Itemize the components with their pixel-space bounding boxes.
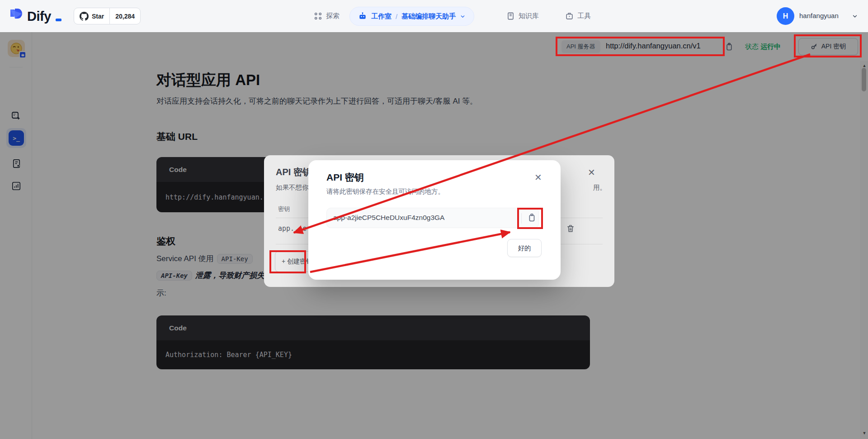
app-window: Dify Star 20,284 探索 工作室 / 基础编排聊天助 [0,0,868,439]
user-avatar[interactable]: H [777,7,794,25]
breadcrumb-separator: / [396,13,397,20]
logo-underscore [56,19,61,21]
github-star-widget[interactable]: Star 20,284 [74,8,141,24]
chevron-down-icon [460,14,466,19]
top-navbar: Dify Star 20,284 探索 工作室 / 基础编排聊天助 [0,0,868,32]
user-chevron-down-icon[interactable] [852,13,858,19]
back-modal-desc-right: 用。 [593,183,606,192]
front-modal-subtitle: 请将此密钥保存在安全且可访问的地方。 [326,187,444,196]
avatar-initial: H [783,12,788,20]
nav-app-name[interactable]: 基础编排聊天助手 [401,12,456,21]
book-icon [506,12,515,20]
github-icon [80,12,89,21]
toolbox-icon [565,12,574,20]
user-name[interactable]: hanfangyuan [799,12,839,19]
masked-api-key-row: app...e [278,224,307,233]
github-star-count[interactable]: 20,284 [109,8,140,24]
back-modal-title: API 密钥 [276,166,311,178]
api-key-created-modal: API 密钥 ✕ 请将此密钥保存在安全且可访问的地方。 app-a2jieCP5… [308,160,561,280]
key-column-header: 密钥 [278,205,290,213]
back-modal-desc-left: 如果不想你 [276,183,309,192]
api-key-value: app-a2jieCP5CHeDUxuF4zn0g3GA [333,214,444,222]
nav-item-knowledge[interactable]: 知识库 [506,0,539,32]
nav-item-tools[interactable]: 工具 [565,0,591,32]
copy-key-icon[interactable] [527,213,537,223]
dify-logo-icon [9,8,24,24]
robot-icon [358,12,367,21]
front-modal-title: API 密钥 [326,171,364,184]
github-star-label: Star [92,13,104,20]
nav-app-breadcrumb[interactable]: 工作室 / 基础编排聊天助手 [349,7,474,26]
delete-key-icon[interactable] [566,224,575,233]
explore-icon [314,12,322,20]
api-key-field: app-a2jieCP5CHeDUxuF4zn0g3GA [326,208,539,228]
nav-explore-label: 探索 [326,12,340,20]
logo-text: Dify [27,9,51,24]
nav-studio-label[interactable]: 工作室 [371,12,392,21]
back-modal-close-icon[interactable]: ✕ [588,167,595,178]
field-divider [521,213,522,224]
dify-logo[interactable]: Dify [9,8,61,24]
nav-knowledge-label: 知识库 [519,12,539,20]
nav-item-explore[interactable]: 探索 [314,0,340,32]
nav-tools-label: 工具 [577,12,591,20]
front-modal-close-icon[interactable]: ✕ [534,172,542,183]
ok-button[interactable]: 好的 [507,239,542,257]
github-star-segment[interactable]: Star [74,8,109,24]
